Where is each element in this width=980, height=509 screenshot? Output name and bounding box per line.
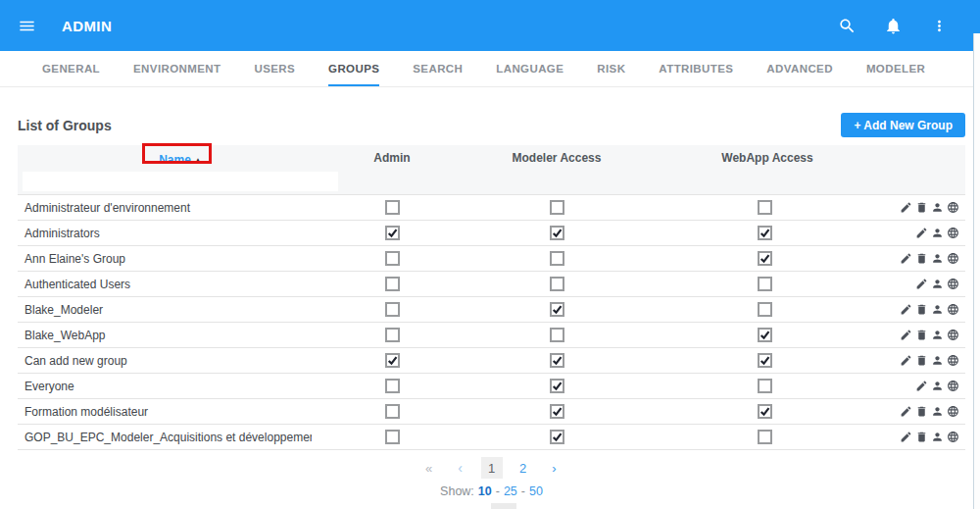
tab-users[interactable]: USERS xyxy=(254,51,295,86)
edit-icon[interactable] xyxy=(915,380,928,392)
delete-icon[interactable] xyxy=(915,354,928,367)
modeler-access-checkbox[interactable] xyxy=(550,302,564,317)
globe-icon[interactable] xyxy=(947,278,959,290)
name-filter-input[interactable] xyxy=(23,172,338,191)
modeler-access-checkbox[interactable] xyxy=(550,353,564,368)
tab-advanced[interactable]: ADVANCED xyxy=(766,51,833,86)
user-icon[interactable] xyxy=(931,329,944,341)
webapp-access-checkbox[interactable] xyxy=(758,353,772,368)
admin-checkbox[interactable] xyxy=(385,251,400,266)
admin-checkbox[interactable] xyxy=(385,430,400,444)
globe-icon[interactable] xyxy=(947,405,959,418)
show-label: Show: xyxy=(440,484,474,498)
user-icon[interactable] xyxy=(931,354,944,367)
delete-icon[interactable] xyxy=(915,252,928,265)
admin-checkbox[interactable] xyxy=(385,404,400,419)
modeler-access-checkbox[interactable] xyxy=(550,226,564,240)
user-icon[interactable] xyxy=(931,252,944,265)
webapp-access-checkbox[interactable] xyxy=(758,200,772,215)
webapp-access-checkbox[interactable] xyxy=(758,328,772,342)
scrollbar[interactable] xyxy=(973,33,980,509)
user-icon[interactable] xyxy=(931,303,944,316)
table-row: Can add new group xyxy=(18,347,965,373)
modeler-access-checkbox[interactable] xyxy=(550,430,564,444)
admin-checkbox[interactable] xyxy=(385,328,400,342)
webapp-access-checkbox[interactable] xyxy=(758,404,772,419)
delete-icon[interactable] xyxy=(915,329,928,341)
globe-icon[interactable] xyxy=(947,227,959,239)
globe-icon[interactable] xyxy=(947,329,959,341)
notifications-icon[interactable] xyxy=(883,16,903,35)
user-icon[interactable] xyxy=(931,278,944,290)
edit-icon[interactable] xyxy=(900,303,912,316)
user-icon[interactable] xyxy=(931,201,944,214)
page-title: List of Groups xyxy=(18,118,112,133)
globe-icon[interactable] xyxy=(947,380,959,392)
tab-modeler[interactable]: MODELER xyxy=(866,51,925,86)
webapp-access-checkbox[interactable] xyxy=(758,430,772,444)
user-icon[interactable] xyxy=(931,405,944,418)
admin-checkbox[interactable] xyxy=(385,379,400,393)
modeler-access-checkbox[interactable] xyxy=(550,200,564,215)
modeler-access-checkbox[interactable] xyxy=(550,379,564,393)
tab-language[interactable]: LANGUAGE xyxy=(496,51,564,86)
name-column-sort-header[interactable]: Name▲ xyxy=(23,145,338,170)
pagination-first-button[interactable]: « xyxy=(418,457,440,479)
admin-checkbox[interactable] xyxy=(385,226,400,240)
pagination-page-1[interactable]: 1 xyxy=(481,457,503,479)
user-icon[interactable] xyxy=(931,227,944,239)
user-icon[interactable] xyxy=(931,380,944,392)
globe-icon[interactable] xyxy=(947,354,959,367)
webapp-access-checkbox[interactable] xyxy=(758,226,772,240)
tab-risk[interactable]: RISK xyxy=(597,51,625,86)
admin-checkbox[interactable] xyxy=(385,302,400,317)
search-icon[interactable] xyxy=(837,16,857,35)
tab-attributes[interactable]: ATTRIBUTES xyxy=(659,51,733,86)
webapp-access-checkbox[interactable] xyxy=(758,302,772,317)
page-size-dropdown-partial[interactable] xyxy=(491,503,516,509)
edit-icon[interactable] xyxy=(900,405,912,418)
modeler-access-checkbox[interactable] xyxy=(550,251,564,266)
pagination-next-button[interactable]: › xyxy=(544,457,565,479)
edit-icon[interactable] xyxy=(900,201,912,214)
add-new-group-button[interactable]: + Add New Group xyxy=(841,113,965,137)
webapp-access-checkbox[interactable] xyxy=(758,379,772,393)
tab-groups[interactable]: GROUPS xyxy=(328,51,379,86)
admin-checkbox[interactable] xyxy=(385,277,400,291)
show-option-10[interactable]: 10 xyxy=(478,484,492,498)
tab-environment[interactable]: ENVIRONMENT xyxy=(133,51,220,86)
show-option-50[interactable]: 50 xyxy=(529,484,543,498)
globe-icon[interactable] xyxy=(947,252,959,265)
delete-icon[interactable] xyxy=(915,431,928,443)
globe-icon[interactable] xyxy=(947,201,959,214)
group-name: Formation modélisateur xyxy=(18,405,312,419)
modeler-access-checkbox[interactable] xyxy=(550,328,564,342)
edit-icon[interactable] xyxy=(915,227,928,239)
pagination-page-2[interactable]: 2 xyxy=(513,457,534,479)
edit-icon[interactable] xyxy=(900,354,912,367)
edit-icon[interactable] xyxy=(900,252,912,265)
menu-icon[interactable] xyxy=(16,15,37,36)
delete-icon[interactable] xyxy=(915,405,928,418)
modeler-access-checkbox[interactable] xyxy=(550,404,564,419)
table-row: Blake_Modeler xyxy=(18,296,965,322)
edit-icon[interactable] xyxy=(900,329,912,341)
tab-general[interactable]: GENERAL xyxy=(42,51,100,86)
tab-search[interactable]: SEARCH xyxy=(413,51,463,86)
delete-icon[interactable] xyxy=(915,201,928,214)
admin-checkbox[interactable] xyxy=(385,353,400,368)
globe-icon[interactable] xyxy=(947,431,959,443)
more-vert-icon[interactable] xyxy=(929,16,949,35)
globe-icon[interactable] xyxy=(947,303,959,316)
pagination-prev-button[interactable]: ‹ xyxy=(450,457,471,479)
admin-checkbox[interactable] xyxy=(385,200,400,215)
modeler-access-checkbox[interactable] xyxy=(550,277,564,291)
webapp-access-checkbox[interactable] xyxy=(758,251,772,266)
edit-icon[interactable] xyxy=(900,431,912,443)
edit-icon[interactable] xyxy=(915,278,928,290)
user-icon[interactable] xyxy=(931,431,944,443)
show-option-25[interactable]: 25 xyxy=(504,484,517,498)
delete-icon[interactable] xyxy=(915,303,928,316)
webapp-access-checkbox[interactable] xyxy=(758,277,772,291)
group-name: Blake_Modeler xyxy=(18,303,312,317)
